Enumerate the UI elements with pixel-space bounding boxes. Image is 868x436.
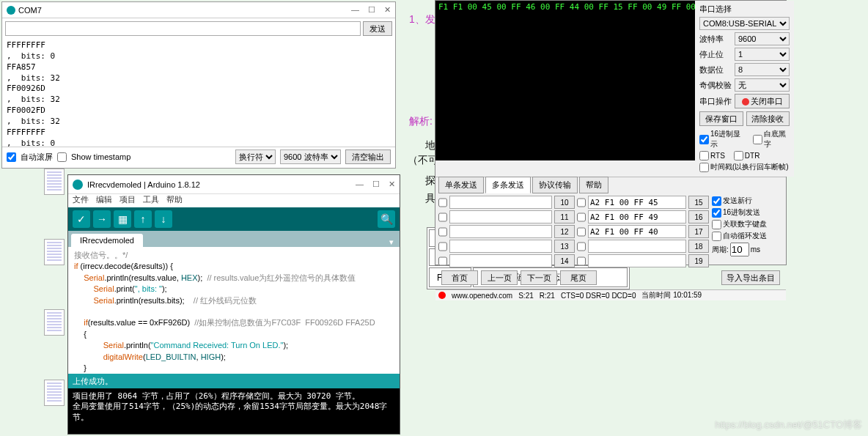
code-editor[interactable]: 接收信号。。*/ if (irrecv.decode(&results)) { … (68, 247, 400, 374)
minimize-icon[interactable]: — (351, 5, 359, 15)
send-row-button[interactable]: 19 (688, 254, 709, 267)
send-row-button[interactable]: 14 (554, 254, 575, 267)
nav-last-button[interactable]: 尾页 (560, 270, 597, 285)
nav-prev-button[interactable]: 上一页 (481, 270, 518, 285)
tab-help[interactable]: 帮助 (579, 177, 608, 193)
link-keyboard-checkbox[interactable] (712, 220, 721, 229)
baud-select[interactable]: 9600 波特率 (280, 149, 341, 164)
hex-send-checkbox[interactable] (712, 208, 721, 218)
tab-dropdown-icon[interactable]: ▾ (383, 237, 400, 247)
bg-text: 探 (425, 174, 435, 188)
status-url[interactable]: www.openedv.com (452, 292, 512, 300)
send-cmd-input[interactable] (588, 254, 686, 267)
row-checkbox[interactable] (438, 198, 447, 207)
new-button[interactable]: ▦ (114, 210, 131, 228)
clear-recv-button[interactable]: 清除接收 (746, 111, 790, 126)
thumbnail-strip (44, 169, 66, 436)
menu-help[interactable]: 帮助 (166, 194, 183, 207)
open-button[interactable]: ↑ (134, 210, 152, 228)
row-checkbox[interactable] (438, 227, 447, 237)
rts-checkbox[interactable] (699, 151, 709, 160)
clear-output-button[interactable]: 清空输出 (345, 149, 391, 164)
stopbit-select[interactable]: 1 (735, 48, 790, 61)
databit-select[interactable]: 8 (735, 63, 790, 76)
status-cts: CTS=0 DSR=0 DCD=0 (561, 292, 636, 300)
send-row-button[interactable]: 11 (554, 210, 575, 223)
send-cmd-input[interactable] (588, 240, 686, 253)
upload-button[interactable]: → (93, 210, 111, 228)
row-checkbox[interactable] (438, 256, 447, 266)
import-export-button[interactable]: 导入导出条目 (721, 270, 780, 285)
send-row-button[interactable]: 13 (554, 240, 575, 253)
save-window-button[interactable]: 保存窗口 (699, 111, 743, 126)
line-ending-select[interactable]: 换行符 (235, 149, 276, 164)
bg-text: 具 (425, 192, 435, 205)
maximize-icon[interactable]: ☐ (372, 180, 380, 189)
row-checkbox[interactable] (438, 213, 447, 222)
send-cmd-input[interactable] (588, 210, 686, 223)
save-button[interactable]: ↓ (155, 210, 172, 228)
row-checkbox[interactable] (577, 198, 586, 207)
send-text-input[interactable] (449, 240, 552, 253)
row-checkbox[interactable] (577, 227, 586, 237)
autoscroll-checkbox[interactable] (7, 152, 16, 162)
auto-loop-checkbox[interactable] (712, 232, 721, 241)
dtr-checkbox[interactable] (734, 151, 743, 160)
build-console: 项目使用了 8064 字节，占用了（26%）程序存储空间。最大为 30720 字… (68, 388, 400, 434)
minimize-icon[interactable]: — (356, 180, 364, 189)
port-label: 串口选择 (699, 4, 732, 15)
sketch-tab[interactable]: IRrecvdemoled (71, 234, 143, 247)
menu-sketch[interactable]: 项目 (119, 194, 136, 207)
send-text-input[interactable] (449, 254, 552, 267)
close-icon[interactable]: ✕ (389, 180, 395, 189)
send-row-button[interactable]: 16 (688, 210, 709, 223)
status-sent: S:21 (518, 292, 534, 300)
bg-label: 解析: (409, 115, 433, 128)
send-newline-checkbox[interactable] (712, 196, 721, 206)
maximize-icon[interactable]: ☐ (368, 5, 375, 15)
send-text-input[interactable] (449, 210, 552, 223)
status-recv: R:21 (540, 292, 555, 300)
send-row-button[interactable]: 12 (554, 225, 575, 238)
menu-edit[interactable]: 编辑 (96, 194, 112, 207)
parity-select[interactable]: 无 (735, 78, 790, 92)
whitebg-checkbox[interactable] (753, 135, 762, 144)
nav-home-button[interactable]: 首页 (441, 270, 478, 285)
close-port-button[interactable]: 关闭串口 (735, 94, 790, 108)
send-row-button[interactable]: 15 (688, 196, 709, 209)
hex-display-checkbox[interactable] (699, 135, 709, 144)
send-cmd-input[interactable] (588, 196, 686, 209)
period-input[interactable] (730, 243, 749, 256)
serial-send-input[interactable] (5, 21, 361, 36)
row-checkbox[interactable] (577, 242, 586, 251)
serial-monitor-window: COM7 — ☐ ✕ 发送 FFFFFFFF , bits: 0 FFA857 … (1, 1, 396, 169)
send-row-button[interactable]: 10 (554, 196, 575, 209)
send-button[interactable]: 发送 (363, 21, 392, 36)
window-title: COM7 (18, 6, 351, 15)
send-row-button[interactable]: 17 (688, 225, 709, 238)
timestamp-checkbox[interactable] (699, 163, 709, 172)
menu-tools[interactable]: 工具 (143, 194, 159, 207)
close-icon[interactable]: ✕ (384, 5, 391, 15)
send-cmd-input[interactable] (588, 225, 686, 238)
tab-protocol[interactable]: 协议传输 (532, 177, 578, 193)
timestamp-checkbox[interactable] (57, 152, 67, 162)
baud-select[interactable]: 9600 (735, 32, 790, 45)
send-row-button[interactable]: 18 (688, 240, 709, 253)
row-checkbox[interactable] (438, 242, 447, 251)
status-time: 当前时间 10:01:59 (641, 290, 702, 300)
tab-multi-send[interactable]: 多条发送 (485, 177, 531, 193)
menu-file[interactable]: 文件 (73, 194, 89, 207)
send-text-input[interactable] (449, 225, 552, 238)
row-checkbox[interactable] (577, 256, 586, 266)
bg-text: （不可 (408, 154, 438, 167)
port-select[interactable]: COM8:USB-SERIAL (699, 17, 790, 30)
send-text-input[interactable] (449, 196, 552, 209)
serial-monitor-button[interactable]: 🔍 (378, 210, 395, 228)
menu-bar: 文件 编辑 项目 工具 帮助 (68, 194, 400, 207)
verify-button[interactable]: ✓ (73, 210, 90, 228)
row-checkbox[interactable] (577, 213, 586, 222)
tab-single-send[interactable]: 单条发送 (438, 177, 484, 193)
autoscroll-label: 自动滚屏 (21, 152, 53, 163)
nav-next-button[interactable]: 下一页 (521, 270, 557, 285)
